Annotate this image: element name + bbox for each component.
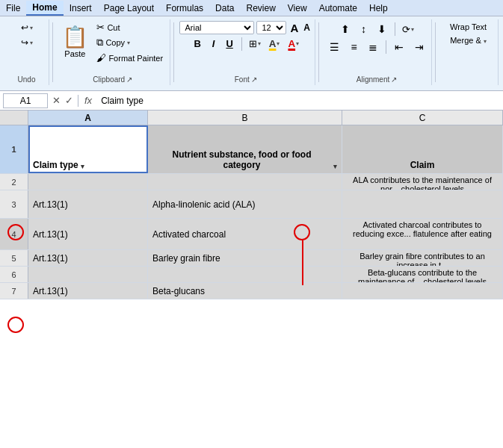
fill-color-icon: A bbox=[269, 38, 277, 49]
formula-input[interactable] bbox=[98, 94, 500, 108]
cell-b4[interactable]: Activated charcoal bbox=[148, 219, 342, 249]
cell-b1[interactable]: Nutrient substance, food or food categor… bbox=[148, 125, 342, 173]
cell-a6[interactable] bbox=[28, 267, 148, 282]
spreadsheet: A B C 1 Claim type ▾ Nutrient substance,… bbox=[0, 111, 503, 448]
font-selector-row: Arial 12 A A bbox=[179, 21, 312, 34]
menu-insert[interactable]: Insert bbox=[64, 1, 98, 15]
underline-button[interactable]: U bbox=[221, 36, 237, 52]
col-header-b[interactable]: B bbox=[148, 111, 342, 125]
row-num-4[interactable]: 4 bbox=[0, 219, 28, 249]
menu-page-layout[interactable]: Page Layout bbox=[98, 1, 160, 15]
font-name-select[interactable]: Arial bbox=[179, 21, 254, 34]
undo-button[interactable]: ↩ ▾ bbox=[18, 21, 36, 34]
font-color-button[interactable]: A ▾ bbox=[285, 36, 302, 52]
cell-a3[interactable]: Art.13(1) bbox=[28, 190, 148, 218]
col-header-c[interactable]: C bbox=[342, 111, 503, 125]
cell-b3[interactable]: Alpha-linolenic acid (ALA) bbox=[148, 190, 342, 218]
orientation-button[interactable]: ⟳ ▾ bbox=[399, 22, 417, 37]
row-num-3[interactable]: 3 bbox=[0, 190, 28, 218]
cell-c4[interactable]: Activated charcoal contributes to reduci… bbox=[342, 219, 503, 249]
undo-group-label: Undo bbox=[18, 75, 36, 84]
filter-dropdown-a[interactable]: ▾ bbox=[81, 163, 84, 170]
cell-c5[interactable]: Barley grain fibre contributes to an inc… bbox=[342, 250, 503, 266]
redo-button[interactable]: ↪ ▾ bbox=[18, 36, 36, 49]
ribbon-divider-4 bbox=[435, 22, 436, 82]
cell-b6[interactable] bbox=[148, 267, 342, 282]
paste-icon: 📋 bbox=[64, 24, 86, 49]
font-color-dropdown[interactable]: ▾ bbox=[296, 40, 299, 47]
cell-a1[interactable]: Claim type ▾ bbox=[28, 125, 148, 173]
menu-automate[interactable]: Automate bbox=[313, 1, 363, 15]
redo-dropdown[interactable]: ▾ bbox=[30, 40, 33, 46]
undo-dropdown[interactable]: ▾ bbox=[30, 25, 33, 31]
menu-home[interactable]: Home bbox=[26, 1, 63, 16]
decrease-font-size-button[interactable]: A bbox=[302, 22, 312, 33]
cell-b7[interactable]: Beta-glucans bbox=[148, 283, 342, 299]
decrease-indent-button[interactable]: ⇤ bbox=[390, 39, 408, 55]
col-header-a[interactable]: A bbox=[28, 111, 148, 125]
align-center-button[interactable]: ≡ bbox=[346, 39, 361, 55]
cell-a4[interactable]: Art.13(1) bbox=[28, 219, 148, 249]
fill-color-button[interactable]: A ▾ bbox=[266, 36, 283, 52]
cell-a7[interactable]: Art.13(1) bbox=[28, 283, 148, 299]
align-middle-button[interactable]: ↕ bbox=[357, 21, 371, 37]
menu-help[interactable]: Help bbox=[363, 1, 394, 15]
cell-a5[interactable]: Art.13(1) bbox=[28, 250, 148, 266]
font-size-select[interactable]: 12 bbox=[256, 21, 286, 34]
font-expand-icon[interactable]: ↗ bbox=[251, 75, 257, 84]
align-expand-icon[interactable]: ↗ bbox=[391, 75, 397, 84]
cell-c2[interactable]: ALA contributes to the maintenance of no… bbox=[342, 174, 503, 190]
merge-dropdown[interactable]: ▾ bbox=[484, 38, 487, 45]
format-painter-icon: 🖌 bbox=[96, 52, 106, 63]
italic-button[interactable]: I bbox=[208, 36, 220, 52]
clipboard-expand-icon[interactable]: ↗ bbox=[126, 75, 132, 84]
align-top-button[interactable]: ⬆ bbox=[336, 21, 354, 37]
row-num-2[interactable]: 2 bbox=[0, 174, 28, 190]
cell-a1-value: Claim type bbox=[33, 160, 78, 170]
wrap-text-button[interactable]: Wrap Text bbox=[446, 21, 490, 33]
cell-b2[interactable] bbox=[148, 174, 342, 190]
cell-a2[interactable] bbox=[28, 174, 148, 190]
increase-indent-button[interactable]: ⇥ bbox=[410, 39, 428, 55]
row-num-7[interactable]: 7 bbox=[0, 283, 28, 299]
font-group-label: Font ↗ bbox=[235, 75, 257, 84]
clipboard-group-label: Clipboard ↗ bbox=[93, 75, 132, 84]
cell-c1[interactable]: Claim bbox=[342, 125, 503, 173]
filter-dropdown-b[interactable]: ▾ bbox=[333, 163, 337, 170]
ribbon-divider-2 bbox=[173, 22, 174, 82]
undo-group-content: ↩ ▾ ↪ ▾ bbox=[18, 21, 36, 49]
font-group-content: Arial 12 A A B I U ⊞ ▾ A ▾ bbox=[181, 21, 310, 52]
confirm-formula-button[interactable]: ✓ bbox=[64, 95, 75, 106]
menu-data[interactable]: Data bbox=[209, 1, 240, 15]
align-left-button[interactable]: ☰ bbox=[325, 39, 344, 55]
wrap-merge-content: Wrap Text Merge & ▾ bbox=[446, 21, 490, 46]
cell-b5[interactable]: Barley grain fibre bbox=[148, 250, 342, 266]
align-bottom-button[interactable]: ⬇ bbox=[373, 21, 391, 37]
align-right-button[interactable]: ≣ bbox=[364, 39, 382, 55]
row-num-1[interactable]: 1 bbox=[0, 125, 28, 173]
menu-review[interactable]: Review bbox=[240, 1, 281, 15]
copy-dropdown-arrow[interactable]: ▾ bbox=[127, 40, 130, 46]
cell-c6[interactable]: Beta-glucans contribute to the maintenan… bbox=[342, 267, 503, 282]
red-circle-row-4 bbox=[7, 317, 24, 333]
row-num-6[interactable]: 6 bbox=[0, 267, 28, 282]
menu-view[interactable]: View bbox=[282, 1, 313, 15]
cancel-formula-button[interactable]: ✕ bbox=[51, 95, 62, 106]
bold-button[interactable]: B bbox=[189, 36, 205, 52]
cell-c3[interactable] bbox=[342, 190, 503, 218]
cell-reference-input[interactable] bbox=[3, 93, 48, 108]
borders-button[interactable]: ⊞ ▾ bbox=[246, 36, 264, 52]
menu-formulas[interactable]: Formulas bbox=[160, 1, 209, 15]
fill-dropdown[interactable]: ▾ bbox=[277, 40, 280, 47]
increase-font-size-button[interactable]: A bbox=[288, 22, 300, 34]
borders-dropdown[interactable]: ▾ bbox=[258, 40, 261, 47]
format-painter-button[interactable]: 🖌 Format Painter bbox=[93, 52, 166, 64]
row-num-5[interactable]: 5 bbox=[0, 250, 28, 266]
cut-button[interactable]: ✂ Cut bbox=[93, 21, 166, 34]
paste-button[interactable]: 📋 Paste bbox=[59, 21, 90, 64]
merge-cells-button[interactable]: Merge & ▾ bbox=[446, 34, 490, 46]
menu-file[interactable]: File bbox=[0, 1, 26, 15]
cell-c7[interactable] bbox=[342, 283, 503, 299]
select-all-button[interactable] bbox=[0, 111, 28, 125]
copy-button[interactable]: ⧉ Copy ▾ bbox=[93, 36, 166, 49]
